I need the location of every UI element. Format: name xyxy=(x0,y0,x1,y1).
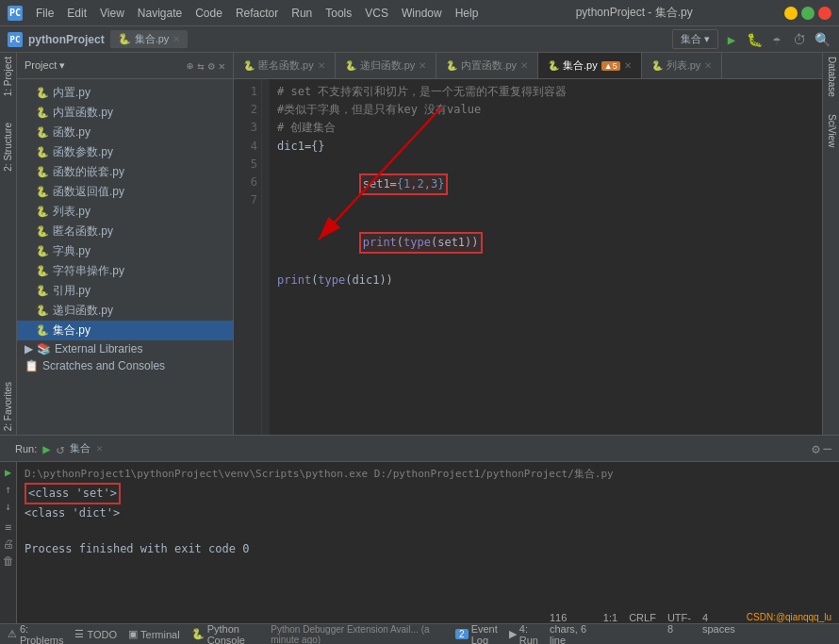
settings-icon[interactable]: ⚙ xyxy=(812,441,819,456)
menu-navigate[interactable]: Navigate xyxy=(132,5,188,22)
editor-area: 🐍 匿名函数.py ✕ 🐍 递归函数.py ✕ 🐍 内置函数.py ✕ 🐍 集合… xyxy=(234,53,822,435)
tab-close-niming[interactable]: ✕ xyxy=(318,60,325,71)
search-everywhere-button[interactable]: 🔍 xyxy=(813,30,831,49)
panel-title: Project ▾ xyxy=(25,59,65,72)
close-button[interactable] xyxy=(818,7,831,20)
tree-item-digui[interactable]: 🐍 递归函数.py xyxy=(17,301,233,321)
tree-item-hanshu-canshu[interactable]: 🐍 函数参数.py xyxy=(17,142,233,162)
minimize-panel-icon[interactable]: ─ xyxy=(824,441,831,456)
sidebar-label-favorites[interactable]: 2: Favorites xyxy=(1,378,15,435)
menu-edit[interactable]: Edit xyxy=(61,5,92,22)
tree-item-hanshu-fanhui[interactable]: 🐍 函数返回值.py xyxy=(17,182,233,202)
tree-item-neizhi[interactable]: 🐍 内置.py xyxy=(17,83,233,103)
menu-vcs[interactable]: VCS xyxy=(359,5,394,22)
minimize-button[interactable] xyxy=(784,7,798,20)
active-file-name: 集合.py xyxy=(135,32,170,46)
sidebar-label-structure[interactable]: 2: Structure xyxy=(1,119,15,175)
menu-run[interactable]: Run xyxy=(286,5,318,22)
code-line-6: print(type(set1)) xyxy=(277,213,814,272)
tab-liebiao[interactable]: 🐍 列表.py ✕ xyxy=(642,53,723,78)
run-play-icon[interactable]: ▶ xyxy=(42,441,50,456)
run-icon-print[interactable]: 🖨 xyxy=(3,537,14,551)
tree-item-yinyong[interactable]: 🐍 引用.py xyxy=(17,281,233,301)
menu-tools[interactable]: Tools xyxy=(320,5,357,22)
window-controls xyxy=(784,7,831,20)
right-label-database[interactable]: Database xyxy=(823,53,839,101)
project-name: pythonProject xyxy=(28,33,105,46)
tab-close-jihe[interactable]: ✕ xyxy=(624,60,632,71)
tree-section-external[interactable]: ▶ 📚 External Libraries xyxy=(17,340,233,357)
code-line-2: #类似于字典，但是只有key 没有value xyxy=(277,101,814,119)
menu-file[interactable]: File xyxy=(30,5,59,22)
sidebar-label-project[interactable]: 1: Project xyxy=(1,53,15,100)
bottom-panel: Run: ▶ ↺ 集合 ✕ ⚙ ─ ▶ ↑ ↓ ≡ 🖨 🗑 D:\pythonP… xyxy=(0,435,839,623)
tree-item-zifuchuan[interactable]: 🐍 字符串操作.py xyxy=(17,261,233,281)
tab-jihe[interactable]: 🐍 集合.py ▲5 ✕ xyxy=(538,53,642,78)
event-log-label: Event Log xyxy=(471,623,498,645)
run-output[interactable]: D:\pythonProject1\pythonProject\venv\Scr… xyxy=(17,462,839,623)
py-icon: 🐍 xyxy=(36,186,49,198)
maximize-button[interactable] xyxy=(801,7,814,20)
tab-close-neizhi[interactable]: ✕ xyxy=(520,60,528,71)
code-area[interactable]: # set 不支持索引和切片，是一个无需的不重复得到容器 #类似于字典，但是只有… xyxy=(270,79,822,435)
run-icon-up[interactable]: ↑ xyxy=(5,483,11,496)
tree-item-liebiao[interactable]: 🐍 列表.py xyxy=(17,202,233,222)
panel-settings-icon[interactable]: ⚙ xyxy=(208,59,215,73)
run-rerun-icon[interactable]: ↺ xyxy=(57,441,64,456)
run-tab-name[interactable]: 集合 xyxy=(70,441,90,455)
tree-item-jihe[interactable]: 🐍 集合.py xyxy=(17,321,233,340)
status-indent: 4 spaces xyxy=(702,612,735,645)
tree-item-hanshu[interactable]: 🐍 函数.py xyxy=(17,123,233,142)
tab-digui[interactable]: 🐍 递归函数.py ✕ xyxy=(336,53,437,78)
left-sidebar: 1: Project 2: Structure 2: Favorites xyxy=(0,53,17,435)
active-file-tab[interactable]: 🐍 集合.py ✕ xyxy=(110,30,189,48)
menu-refactor[interactable]: Refactor xyxy=(230,5,284,22)
run-tab-close[interactable]: ✕ xyxy=(96,442,103,454)
status-python-console[interactable]: 🐍 Python Console xyxy=(191,623,260,645)
run-icon-wrap[interactable]: ≡ xyxy=(5,520,11,534)
expand-icon: ▶ xyxy=(25,342,33,355)
profile-button[interactable]: ⏱ xyxy=(790,30,809,49)
status-problems[interactable]: ⚠ 6: Problems xyxy=(8,623,63,645)
editor-content[interactable]: 1 2 3 4 5 6 7 # set 不支持索引和切片，是一个无需的不重复得到… xyxy=(234,79,822,435)
status-position: 1:1 xyxy=(603,612,617,645)
tab-neizhi[interactable]: 🐍 内置函数.py ✕ xyxy=(436,53,538,78)
status-encoding: UTF-8 xyxy=(667,612,691,645)
status-crlf: CRLF xyxy=(629,612,656,645)
right-label-sciview[interactable]: SciView xyxy=(823,110,839,151)
tab-close-digui[interactable]: ✕ xyxy=(419,60,426,71)
status-todo[interactable]: ☰ TODO xyxy=(74,628,117,640)
tree-item-label: 内置.py xyxy=(53,85,90,101)
tree-item-zidian[interactable]: 🐍 字典.py xyxy=(17,241,233,261)
tab-label: 内置函数.py xyxy=(461,58,517,73)
tab-close-liebiao[interactable]: ✕ xyxy=(704,60,712,71)
tab-label: 集合.py xyxy=(563,58,598,73)
panel-collapse-icon[interactable]: ⇆ xyxy=(197,59,204,73)
tree-item-hanshu-qiantao[interactable]: 🐍 函数的嵌套.py xyxy=(17,162,233,182)
menu-code[interactable]: Code xyxy=(189,5,228,22)
code-line-5: set1={1,2,3} xyxy=(277,156,814,214)
run-config-selector[interactable]: 集合 ▾ xyxy=(672,29,718,49)
panel-close-icon[interactable]: ✕ xyxy=(219,59,225,73)
active-file-close[interactable]: ✕ xyxy=(173,34,180,44)
main-area: 1: Project 2: Structure 2: Favorites Pro… xyxy=(0,53,839,435)
menu-window[interactable]: Window xyxy=(396,5,448,22)
status-run[interactable]: ▶ 4: Run xyxy=(509,612,538,645)
run-icon-play[interactable]: ▶ xyxy=(5,466,11,479)
tab-niming[interactable]: 🐍 匿名函数.py ✕ xyxy=(234,53,336,78)
tree-item-neizhi-hanshu[interactable]: 🐍 内置函数.py xyxy=(17,103,233,123)
run-icon-down[interactable]: ↓ xyxy=(5,500,11,513)
py-icon: 🐍 xyxy=(36,285,49,297)
tree-section-scratches[interactable]: 📋 Scratches and Consoles xyxy=(17,357,233,374)
panel-add-icon[interactable]: ⊕ xyxy=(187,59,193,73)
run-button[interactable]: ▶ xyxy=(722,30,741,49)
status-terminal[interactable]: ▣ Terminal xyxy=(128,628,180,640)
coverage-button[interactable]: ☂ xyxy=(767,30,786,49)
status-event-log[interactable]: 2 Event Log xyxy=(455,612,498,645)
tree-item-niming[interactable]: 🐍 匿名函数.py xyxy=(17,222,233,241)
run-icon-delete[interactable]: 🗑 xyxy=(3,554,14,568)
menu-help[interactable]: Help xyxy=(450,5,485,22)
debug-button[interactable]: 🐛 xyxy=(745,30,764,49)
tree-item-label: 匿名函数.py xyxy=(53,223,113,239)
menu-view[interactable]: View xyxy=(94,5,130,22)
